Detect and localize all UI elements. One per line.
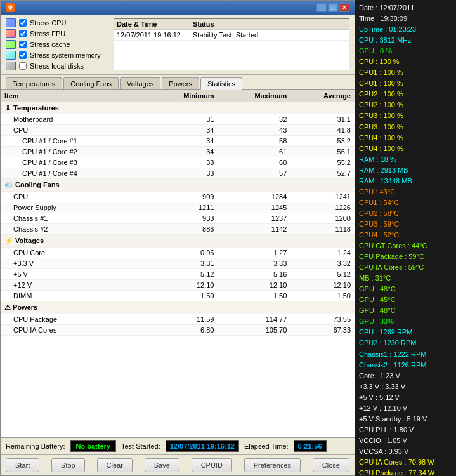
table-row: DIMM1.501.501.50 — [1, 291, 355, 301]
cell-min: 1211 — [148, 202, 218, 213]
stress-fpu-label: Stress FPU — [30, 30, 65, 37]
cell-avg: 53.2 — [290, 136, 355, 147]
tab-voltages[interactable]: Voltages — [120, 77, 160, 89]
table-row: CPU90912841241 — [1, 192, 355, 202]
cell-avg: 5.12 — [290, 269, 355, 280]
cell-item: Chassis #2 — [1, 224, 148, 235]
cell-min: 3.31 — [148, 258, 218, 269]
table-row: CPU #1 / Core #1345853.2 — [1, 136, 355, 147]
cell-avg: 1200 — [290, 213, 355, 224]
rp-entry: CPU4 : 100 % — [359, 133, 452, 143]
section-header-cooling-fans: 💨 Cooling Fans — [1, 179, 355, 192]
table-row: +5 V5.125.165.12 — [1, 269, 355, 280]
cpuid-button[interactable]: CPUID — [192, 458, 232, 472]
preferences-button[interactable]: Preferences — [244, 458, 301, 472]
cell-avg: 31.1 — [290, 114, 355, 125]
tab-temperatures[interactable]: Temperatures — [6, 77, 62, 89]
cell-min: 5.12 — [148, 269, 218, 280]
rp-entry: CPU : 100 % — [359, 56, 452, 67]
rp-time: Time : 19:38:09 — [359, 13, 452, 24]
cell-avg: 52.7 — [290, 168, 355, 179]
cell-item: +12 V — [1, 280, 148, 291]
start-button[interactable]: Start — [6, 458, 39, 472]
save-button[interactable]: Save — [145, 458, 179, 472]
cell-min: 909 — [148, 192, 218, 202]
rp-entry: CPU : 3812 MHz — [359, 35, 452, 46]
clear-button[interactable]: Clear — [97, 458, 133, 472]
stress-mem-label: Stress system memory — [30, 51, 101, 59]
section-header-powers: ⚠ Powers — [1, 301, 355, 314]
cell-max: 58 — [218, 136, 290, 147]
cell-max: 1.27 — [218, 248, 290, 258]
cell-item: CPU #1 / Core #2 — [1, 147, 148, 157]
stats-container[interactable]: Item Minimum Maximum Average 🌡 Temperatu… — [1, 90, 355, 437]
cell-max: 32 — [218, 114, 290, 125]
cell-max: 114.77 — [218, 314, 290, 325]
stress-cache-checkbox[interactable] — [19, 41, 27, 48]
log-status: Stability Test: Started — [193, 31, 258, 39]
cell-max: 57 — [218, 168, 290, 179]
cell-item: +5 V — [1, 269, 148, 280]
test-started-label: Test Started: — [121, 442, 160, 450]
stress-disk-checkbox[interactable] — [19, 62, 27, 70]
close-window-button[interactable]: ✕ — [339, 3, 349, 12]
tab-cooling-fans[interactable]: Cooling Fans — [63, 77, 119, 89]
cell-max: 1142 — [218, 224, 290, 235]
table-row: CPU IA Cores6.80105.7067.33 — [1, 325, 355, 336]
table-row: CPU #1 / Core #2346156.1 — [1, 147, 355, 157]
rp-entry: CPU3 : 100 % — [359, 110, 452, 121]
rp-entry: CPU2 : 100 % — [359, 89, 452, 100]
cell-min: 33 — [148, 168, 218, 179]
stress-mem-checkbox[interactable] — [19, 51, 27, 59]
stress-fpu-checkbox[interactable] — [19, 30, 27, 37]
app-icon: ⚙ — [6, 3, 15, 12]
cell-item: DIMM — [1, 291, 148, 301]
mem-icon — [6, 51, 16, 60]
col-avg: Average — [290, 90, 355, 102]
tab-statistics[interactable]: Statistics — [200, 77, 242, 90]
cell-item: CPU Package — [1, 314, 148, 325]
rp-entry: VCCIO : 1.05 V — [359, 435, 452, 446]
battery-label: Remaining Battery: — [6, 442, 65, 450]
restore-button[interactable]: □ — [328, 3, 338, 12]
cell-avg: 1.24 — [290, 248, 355, 258]
log-datetime: 12/07/2011 19:16:12 — [117, 31, 193, 39]
rp-entry: CPU3 : 59°C — [359, 219, 452, 230]
title-bar-left: ⚙ — [6, 3, 18, 12]
log-row: 12/07/2011 19:16:12 Stability Test: Star… — [114, 30, 349, 41]
cell-max: 1245 — [218, 202, 290, 213]
cell-item: CPU — [1, 125, 148, 136]
minimize-button[interactable]: ─ — [316, 3, 327, 12]
rp-entry: Chassis2 : 1126 RPM — [359, 360, 452, 371]
cell-max: 1.50 — [218, 291, 290, 301]
rp-entry: CPU4 : 52°C — [359, 230, 452, 241]
col-item: Item — [1, 90, 148, 102]
cell-min: 34 — [148, 125, 218, 136]
stop-button[interactable]: Stop — [51, 458, 85, 472]
rp-entry: CPU2 : 58°C — [359, 208, 452, 219]
rp-entry: VCCSA : 0.93 V — [359, 446, 452, 457]
cell-max: 1237 — [218, 213, 290, 224]
rp-entry: GPU : 45°C — [359, 294, 452, 305]
rp-entry: CPU PLL : 1.80 V — [359, 425, 452, 435]
rp-uptime: UpTime : 01:23:23 — [359, 24, 452, 35]
cell-max: 12.10 — [218, 280, 290, 291]
rp-entry: +3.3 V : 3.33 V — [359, 381, 452, 392]
stress-mem-row: Stress system memory — [6, 51, 107, 60]
table-row: Chassis #288611421118 — [1, 224, 355, 235]
cell-item: Chassis #1 — [1, 213, 148, 224]
tab-powers[interactable]: Powers — [162, 77, 199, 89]
cell-item: +3.3 V — [1, 258, 148, 269]
battery-value: No battery — [70, 440, 116, 452]
close-button[interactable]: Close — [313, 458, 349, 472]
stress-cpu-checkbox[interactable] — [19, 19, 27, 27]
section-header-temperatures: 🌡 Temperatures — [1, 102, 355, 114]
stress-cpu-label: Stress CPU — [30, 19, 66, 27]
cell-avg: 1118 — [290, 224, 355, 235]
rp-entry: Chassis1 : 1222 RPM — [359, 349, 452, 360]
table-header-row: Item Minimum Maximum Average — [1, 90, 355, 102]
cell-min: 1.50 — [148, 291, 218, 301]
log-panel: Date & Time Status 12/07/2011 19:16:12 S… — [114, 18, 349, 70]
rp-entry: RAM : 13448 MB — [359, 176, 452, 187]
elapsed-value: 0:21:56 — [294, 440, 327, 452]
